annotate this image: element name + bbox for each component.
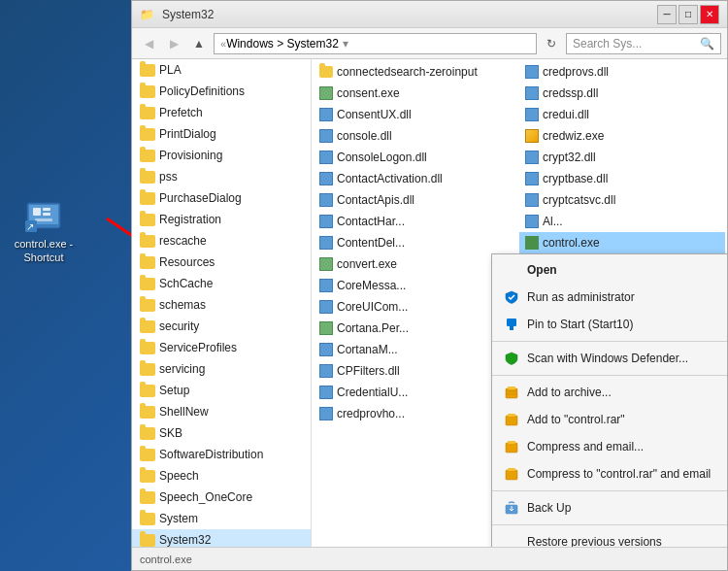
file-label: ContactHar... (337, 215, 405, 228)
sidebar-item-provisioning[interactable]: Provisioning (132, 145, 311, 166)
cm-compress-email[interactable]: Compress and email... (492, 433, 727, 460)
main-content: PLA PolicyDefinitions Prefetch PrintDial… (132, 59, 727, 547)
refresh-button[interactable]: ↻ (541, 33, 562, 54)
minimize-button[interactable]: ─ (657, 5, 677, 24)
file-item-credential-u[interactable]: CredentialU... (314, 382, 519, 403)
up-button[interactable]: ▲ (188, 33, 210, 54)
search-icon: 🔍 (700, 37, 714, 50)
close-button[interactable]: ✕ (700, 5, 719, 24)
sidebar-item-speech-one-core[interactable]: Speech_OneCore (132, 487, 311, 508)
search-box[interactable]: Search Sys... 🔍 (566, 33, 721, 54)
file-label: credui.dll (543, 108, 589, 121)
file-item-al[interactable]: Al... (519, 211, 725, 232)
sidebar-item-pla[interactable]: PLA (132, 59, 311, 81)
sidebar-item-system[interactable]: System (132, 508, 311, 529)
file-item-console[interactable]: console.dll (314, 125, 519, 147)
svg-text:↗: ↗ (26, 221, 34, 232)
cm-compress-control-rar-email[interactable]: Compress to "control.rar" and email (492, 460, 727, 487)
file-item-credwiz[interactable]: credwiz.exe (519, 125, 725, 147)
maximize-button[interactable]: □ (678, 5, 698, 24)
file-item-content-del[interactable]: ContentDel... (314, 232, 519, 253)
file-label: cryptbase.dll (543, 172, 608, 185)
explorer-window: 📁 System32 ─ □ ✕ ◀ ▶ ▲ « Windows > Syste… (131, 0, 728, 571)
sidebar-item-service-profiles[interactable]: ServiceProfiles (132, 337, 311, 358)
sidebar-item-servicing[interactable]: servicing (132, 358, 311, 380)
sidebar-item-purchase-dialog[interactable]: PurchaseDialog (132, 187, 311, 209)
sidebar-item-speech[interactable]: Speech (132, 465, 311, 487)
file-item-consentux[interactable]: ConsentUX.dll (314, 104, 519, 125)
sidebar-item-schcache[interactable]: SchCache (132, 273, 311, 294)
file-item-cortana-per[interactable]: Cortana.Per... (314, 318, 519, 339)
file-item-cortana-map2[interactable]: CortanaM... (314, 339, 519, 360)
sidebar-item-label: Setup (159, 384, 189, 397)
file-item-convert[interactable]: convert.exe (314, 253, 519, 275)
address-input[interactable]: « Windows > System32 ▾ (214, 33, 537, 54)
file-item-connected-search[interactable]: connectedsearch-zeroinput (314, 61, 519, 83)
cm-scan-defender[interactable]: Scan with Windows Defender... (492, 345, 727, 372)
file-item-consolelogon[interactable]: ConsoleLogon.dll (314, 147, 519, 168)
file-item-crypt32[interactable]: crypt32.dll (519, 147, 725, 168)
file-label: ContactApis.dll (337, 193, 414, 207)
sidebar-item-pss[interactable]: pss (132, 166, 311, 187)
sidebar-item-setup[interactable]: Setup (132, 380, 311, 401)
file-label: CortanaM... (337, 343, 398, 356)
sidebar-item-system32[interactable]: System32 (132, 529, 311, 547)
sidebar-item-label: servicing (159, 362, 205, 376)
file-label: ConsentUX.dll (337, 108, 412, 121)
sidebar-item-software-distribution[interactable]: SoftwareDistribution (132, 444, 311, 465)
cm-pin-start[interactable]: Pin to Start (Start10) (492, 311, 727, 338)
file-item-control-exe[interactable]: control.exe (519, 232, 725, 253)
title-bar: 📁 System32 ─ □ ✕ (132, 1, 727, 28)
file-label: CredentialU... (337, 386, 408, 399)
sidebar-item-registration[interactable]: Registration (132, 209, 311, 230)
file-item-contact-activation[interactable]: ContactActivation.dll (314, 168, 519, 189)
sidebar-item-label: PrintDialog (159, 127, 216, 141)
file-item-contact-har[interactable]: ContactHar... (314, 211, 519, 232)
archive2-icon (504, 412, 519, 427)
window-title: System32 (162, 8, 214, 21)
file-item-core-message[interactable]: CoreMessa... (314, 275, 519, 296)
exe-icon (319, 321, 333, 335)
sidebar-item-label: Registration (159, 213, 221, 226)
file-label: CoreMessa... (337, 279, 406, 292)
file-item-credssp[interactable]: credssp.dll (519, 83, 725, 104)
sidebar-item-shell-new[interactable]: ShellNew (132, 401, 311, 422)
file-item-cryptbase[interactable]: cryptbase.dll (519, 168, 725, 189)
back-button[interactable]: ◀ (138, 33, 159, 54)
cm-backup[interactable]: Back Up (492, 494, 727, 521)
separator (492, 375, 727, 376)
folder-icon (140, 192, 155, 205)
sidebar-item-skb[interactable]: SKB (132, 422, 311, 444)
sidebar-item-policy-definitions[interactable]: PolicyDefinitions (132, 81, 311, 102)
sidebar-item-print-dialog[interactable]: PrintDialog (132, 123, 311, 145)
desktop-icon-control-exe[interactable]: ↗ control.exe - Shortcut (10, 194, 78, 265)
dll-icon (525, 108, 539, 121)
file-item-credprovho[interactable]: credprovho... (314, 403, 519, 424)
sidebar-item-prefetch[interactable]: Prefetch (132, 102, 311, 123)
cm-label: Compress to "control.rar" and email (527, 467, 711, 481)
sidebar-item-schemas[interactable]: schemas (132, 294, 311, 316)
file-item-contact-apis[interactable]: ContactApis.dll (314, 189, 519, 211)
file-item-credprovs[interactable]: credprovs.dll (519, 61, 725, 83)
sidebar-item-label: Resources (159, 255, 215, 269)
cm-run-as-admin[interactable]: Run as administrator (492, 284, 727, 311)
sidebar-item-rescache[interactable]: rescache (132, 230, 311, 252)
forward-button[interactable]: ▶ (163, 33, 184, 54)
cm-label: Add to "control.rar" (527, 413, 625, 426)
cm-add-control-rar[interactable]: Add to "control.rar" (492, 406, 727, 433)
sidebar-item-label: pss (159, 170, 178, 184)
file-item-consent-exe[interactable]: consent.exe (314, 83, 519, 104)
file-item-cpfilters[interactable]: CPFilters.dll (314, 360, 519, 382)
cm-add-archive[interactable]: Add to archive... (492, 379, 727, 406)
file-item-core-ui[interactable]: CoreUICom... (314, 296, 519, 318)
file-label: connectedsearch-zeroinput (337, 65, 478, 79)
sidebar-item-security[interactable]: security (132, 316, 311, 337)
cm-restore-versions[interactable]: Restore previous versions (492, 528, 727, 547)
file-item-credui[interactable]: credui.dll (519, 104, 725, 125)
file-item-cryptcatsvc[interactable]: cryptcatsvc.dll (519, 189, 725, 211)
sidebar-item-label: System32 (159, 533, 211, 547)
cm-open[interactable]: Open (492, 256, 727, 284)
dll-icon (319, 236, 333, 250)
sidebar-item-resources[interactable]: Resources (132, 252, 311, 273)
dll-icon (319, 300, 333, 314)
